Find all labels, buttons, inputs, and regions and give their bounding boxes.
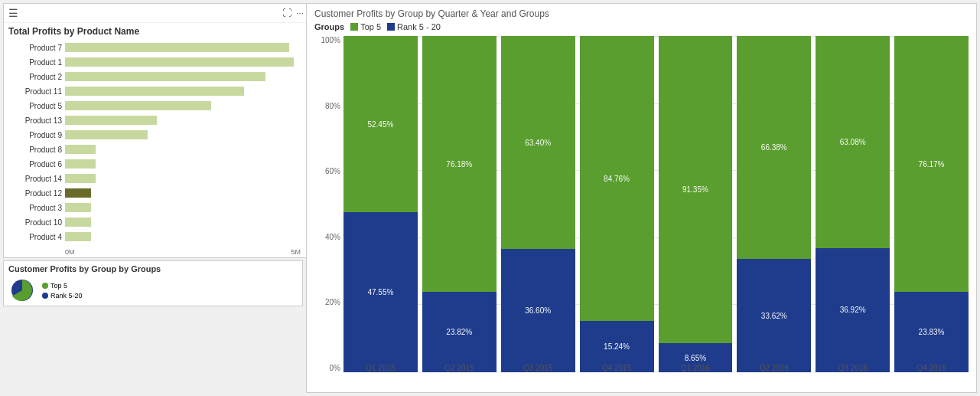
- seg-blue-label: 15.24%: [604, 342, 630, 351]
- seg-green-label: 52.45%: [367, 120, 393, 129]
- legend-rank5-20-bar: Rank 5 - 20: [387, 22, 441, 31]
- legend-rank5-20-bar-label: Rank 5 - 20: [397, 22, 441, 31]
- menu-icon[interactable]: ☰: [8, 7, 18, 19]
- y-axis-label: 40%: [314, 233, 340, 241]
- legend-top5-bar-label: Top 5: [360, 22, 381, 31]
- seg-green-label: 63.40%: [525, 139, 551, 147]
- bar-row: Product 77.5M: [11, 41, 301, 54]
- axis-max: 5M: [291, 248, 301, 256]
- bar-label: Product 3: [11, 204, 65, 212]
- stacked-bar: 15.24%84.76%: [580, 36, 654, 372]
- bar-row: Product 61.0M: [11, 158, 301, 170]
- legend-top5: Top 5: [42, 282, 83, 290]
- bar-outer: 0.9M: [65, 203, 301, 212]
- seg-blue: 36.92%: [816, 248, 890, 372]
- bar-label: Product 2: [11, 73, 65, 81]
- more-icon[interactable]: ···: [296, 8, 304, 18]
- seg-green: 63.40%: [501, 36, 575, 249]
- main-content: ☰ ⛶ ··· Total Profits by Product Name Pr…: [0, 0, 980, 396]
- bar-label: Product 13: [11, 116, 65, 125]
- y-axis-label: 100%: [314, 36, 340, 44]
- bar-label: Product 7: [11, 44, 65, 52]
- x-label: Q4 2016: [894, 364, 969, 372]
- seg-green: 63.08%: [816, 36, 890, 248]
- stacked-bar-group: 23.82%76.18%Q2 2015: [422, 36, 497, 372]
- stacked-chart-container: 0%20%40%60%80%100% 47.55%52.45%Q1 201523…: [314, 36, 969, 388]
- bar-fill: [65, 203, 91, 212]
- pie-mini-chart: [8, 277, 36, 304]
- seg-blue-label: 23.82%: [446, 328, 472, 336]
- stacked-bar: 36.60%63.40%: [501, 36, 575, 372]
- bar-fill: [65, 232, 91, 241]
- bar-label: Product 6: [11, 160, 65, 169]
- bar-row: Product 133.1M: [11, 114, 301, 126]
- bottom-left-panel: Customer Profits by Group by Groups Top …: [3, 260, 303, 306]
- bar-label: Product 8: [11, 146, 65, 154]
- seg-green-label: 76.18%: [446, 160, 472, 169]
- bar-row: Product 141.0M: [11, 172, 301, 185]
- bar-label: Product 11: [11, 87, 65, 96]
- stacked-bar: 23.83%76.17%: [894, 36, 969, 372]
- seg-green-label: 84.76%: [604, 175, 630, 183]
- bar-outer: 7.6M: [65, 57, 301, 67]
- bar-row: Product 100.9M: [11, 216, 301, 228]
- stacked-bar-group: 36.60%63.40%Q3 2015: [501, 36, 575, 372]
- bar-outer: 6.7M: [65, 72, 301, 81]
- seg-blue: 36.60%: [501, 249, 575, 372]
- axis-min: 0M: [65, 248, 75, 256]
- right-chart-title: Customer Profits by Group by Quarter & Y…: [314, 8, 969, 19]
- bar-row: Product 120.9M: [11, 187, 301, 199]
- seg-green-label: 66.38%: [761, 143, 787, 152]
- bar-row: Product 26.7M: [11, 70, 301, 83]
- legend-top5-label: Top 5: [50, 282, 67, 290]
- seg-green: 52.45%: [343, 36, 418, 212]
- seg-blue: 47.55%: [343, 212, 418, 372]
- stacked-bar: 33.62%66.38%: [737, 36, 811, 372]
- bar-label: Product 10: [11, 218, 65, 227]
- bar-outer: 0.9M: [65, 188, 301, 198]
- y-axis-label: 0%: [314, 364, 340, 372]
- bars-area: 47.55%52.45%Q1 201523.82%76.18%Q2 201536…: [343, 36, 969, 388]
- bar-outer: 3.1M: [65, 116, 301, 125]
- seg-blue-label: 36.92%: [840, 306, 866, 314]
- stacked-bar: 23.82%76.18%: [422, 36, 497, 372]
- bar-row: Product 81.0M: [11, 143, 301, 155]
- y-axis: 0%20%40%60%80%100%: [314, 36, 343, 388]
- bar-outer: 1.0M: [65, 174, 301, 183]
- bar-chart-panel: ☰ ⛶ ··· Total Profits by Product Name Pr…: [3, 3, 309, 258]
- stacked-bar-group: 23.83%76.17%Q4 2016: [894, 36, 969, 372]
- bar-fill: [65, 101, 211, 110]
- bar-chart-area: Product 77.5MProduct 17.6MProduct 26.7MP…: [4, 38, 308, 247]
- x-label: Q1 2016: [659, 364, 733, 372]
- bar-outer: 0.9M: [65, 232, 301, 241]
- seg-blue: 33.62%: [737, 259, 811, 372]
- x-label: Q3 2016: [816, 364, 890, 372]
- expand-icon[interactable]: ⛶: [282, 8, 291, 18]
- seg-green: 66.38%: [737, 36, 811, 259]
- bar-fill: [65, 116, 157, 125]
- seg-blue-label: 23.83%: [919, 328, 945, 336]
- bar-outer: 6.0M: [65, 87, 301, 96]
- seg-blue: 23.83%: [894, 292, 969, 372]
- bar-outer: 0.9M: [65, 218, 301, 227]
- bottom-left-content: Top 5 Rank 5-20: [8, 277, 298, 304]
- y-axis-label: 60%: [314, 167, 340, 175]
- legend-rank5-20-label: Rank 5-20: [50, 292, 83, 299]
- bar-fill: [65, 57, 294, 67]
- stacked-bar: 47.55%52.45%: [343, 36, 418, 372]
- chart-axis: 0M 5M: [4, 247, 308, 257]
- legend-top5-bar: Top 5: [350, 22, 381, 31]
- bar-outer: 1.0M: [65, 145, 301, 154]
- bar-row: Product 40.9M: [11, 231, 301, 243]
- seg-blue-label: 8.65%: [685, 354, 706, 362]
- x-label: Q4 2015: [580, 364, 654, 372]
- legend-rank5-20: Rank 5-20: [42, 292, 83, 299]
- stacked-bar-group: 36.92%63.08%Q3 2016: [816, 36, 890, 372]
- seg-green-label: 91.35%: [682, 185, 708, 194]
- bar-fill: [65, 145, 96, 154]
- x-label: Q2 2015: [422, 364, 497, 372]
- x-label: Q3 2015: [501, 364, 575, 372]
- seg-blue-label: 33.62%: [761, 312, 787, 320]
- seg-green: 91.35%: [659, 36, 733, 343]
- right-panel: Customer Profits by Group by Quarter & Y…: [306, 3, 977, 393]
